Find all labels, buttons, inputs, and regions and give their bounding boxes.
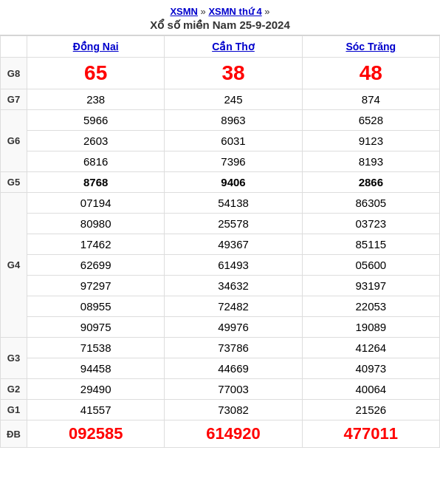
- table-row: 08955: [27, 296, 165, 317]
- soc-trang-link[interactable]: Sóc Trăng: [346, 41, 396, 52]
- table-row: 54138: [165, 193, 302, 214]
- table-row: 85115: [302, 234, 439, 255]
- table-row: 94458: [27, 358, 165, 379]
- table-row: 86305: [302, 193, 439, 214]
- val-3: 874: [302, 89, 439, 110]
- db-val-3: 477011: [302, 420, 439, 448]
- nav-xsmn-link[interactable]: XSMN: [170, 6, 198, 17]
- row-label-db: ĐB: [1, 420, 27, 448]
- nav-xsmn-thu4-link[interactable]: XSMN thứ 4: [208, 6, 261, 17]
- dong-nai-link[interactable]: Đồng Nai: [73, 41, 119, 52]
- table-row: 61493: [165, 255, 302, 276]
- g8-val-3: 48: [302, 58, 439, 89]
- can-tho-link[interactable]: Cần Thơ: [212, 41, 255, 52]
- table-row: 40973: [302, 358, 439, 379]
- table-row: 07194: [27, 193, 165, 214]
- breadcrumb: XSMN » XSMN thứ 4 »: [3, 6, 437, 17]
- table-row: 03723: [302, 214, 439, 234]
- col-soc-trang-header: Sóc Trăng: [302, 36, 439, 58]
- val-3: 21526: [302, 400, 439, 420]
- g5-val-2: 9406: [165, 172, 302, 193]
- row-label-g1: G1: [1, 400, 27, 420]
- val-2: 245: [165, 89, 302, 110]
- table-row: 49976: [165, 317, 302, 338]
- row-label-g3: G3: [1, 338, 27, 379]
- table-row: 73786: [165, 338, 302, 358]
- val-3: 40064: [302, 379, 439, 400]
- col-dong-nai-header: Đồng Nai: [27, 36, 165, 58]
- db-val-2: 614920: [165, 420, 302, 448]
- table-row: 8963: [165, 110, 302, 131]
- label-col-header: [1, 36, 27, 58]
- row-label-g4: G4: [1, 193, 27, 338]
- table-row: 72482: [165, 296, 302, 317]
- table-row: 97297: [27, 276, 165, 296]
- header: XSMN » XSMN thứ 4 » Xổ số miền Nam 25-9-…: [0, 0, 440, 35]
- table-row: 93197: [302, 276, 439, 296]
- page-title: Xổ số miền Nam 25-9-2024: [3, 18, 437, 32]
- table-row: 34632: [165, 276, 302, 296]
- val-1: 29490: [27, 379, 165, 400]
- table-row: 8193: [302, 151, 439, 172]
- row-label-g8: G8: [1, 58, 27, 89]
- db-val-1: 092585: [27, 420, 165, 448]
- table-row: 90975: [27, 317, 165, 338]
- g5-val-3: 2866: [302, 172, 439, 193]
- row-label-g6: G6: [1, 110, 27, 172]
- table-row: 17462: [27, 234, 165, 255]
- val-1: 238: [27, 89, 165, 110]
- table-row: 25578: [165, 214, 302, 234]
- table-row: 7396: [165, 151, 302, 172]
- table-row: 9123: [302, 131, 439, 151]
- table-row: 6031: [165, 131, 302, 151]
- table-row: 22053: [302, 296, 439, 317]
- g8-val-1: 65: [27, 58, 165, 89]
- g5-val-1: 8768: [27, 172, 165, 193]
- table-row: 44669: [165, 358, 302, 379]
- val-2: 73082: [165, 400, 302, 420]
- table-row: 05600: [302, 255, 439, 276]
- lottery-table: Đồng Nai Cần Thơ Sóc Trăng G8 65 38 48 G…: [0, 35, 440, 448]
- table-row: 80980: [27, 214, 165, 234]
- nav-sep2: »: [264, 6, 269, 17]
- val-2: 77003: [165, 379, 302, 400]
- table-row: 62699: [27, 255, 165, 276]
- table-row: 41264: [302, 338, 439, 358]
- table-row: 2603: [27, 131, 165, 151]
- val-1: 41557: [27, 400, 165, 420]
- table-row: 71538: [27, 338, 165, 358]
- col-can-tho-header: Cần Thơ: [165, 36, 302, 58]
- table-row: 49367: [165, 234, 302, 255]
- table-row: 5966: [27, 110, 165, 131]
- table-row: 6528: [302, 110, 439, 131]
- row-label-g2: G2: [1, 379, 27, 400]
- row-label-g5: G5: [1, 172, 27, 193]
- table-row: 19089: [302, 317, 439, 338]
- nav-sep1: »: [201, 6, 209, 17]
- table-row: 6816: [27, 151, 165, 172]
- row-label-g7: G7: [1, 89, 27, 110]
- g8-val-2: 38: [165, 58, 302, 89]
